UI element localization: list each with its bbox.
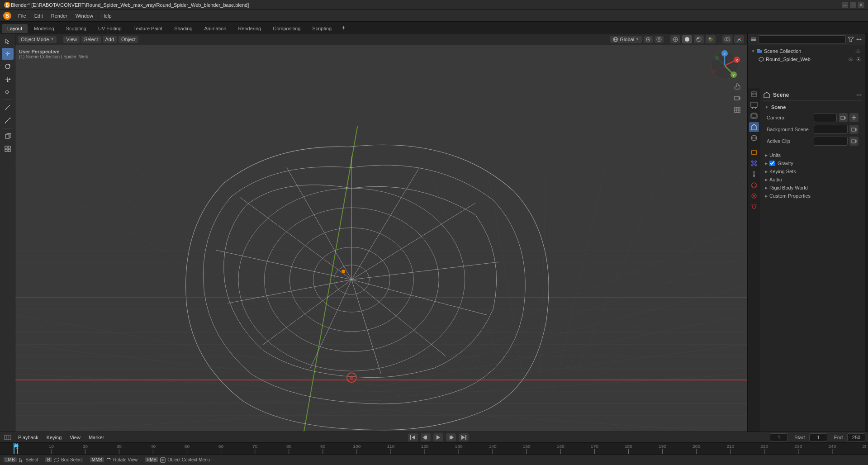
menu-help[interactable]: Help	[98, 12, 115, 19]
menu-edit[interactable]: Edit	[31, 12, 47, 19]
grid-view-icon[interactable]	[732, 105, 742, 115]
current-frame-display[interactable]: 1	[770, 433, 788, 441]
prop-tab-object[interactable]	[749, 147, 759, 157]
eye-icon[interactable]	[855, 48, 861, 54]
rotate-tool-button[interactable]	[2, 61, 14, 72]
cursor-tool-button[interactable]	[2, 35, 14, 47]
outliner-spider-web-item[interactable]: Round_Spider_Web	[749, 55, 863, 63]
measure-tool-button[interactable]	[2, 114, 14, 126]
prop-tab-modifier[interactable]	[749, 158, 759, 168]
tab-scripting[interactable]: Scripting	[307, 24, 337, 33]
transform-tool-button[interactable]: ⊕	[2, 86, 14, 98]
camera-browse-icon[interactable]	[839, 113, 848, 122]
material-shading-button[interactable]	[694, 35, 704, 43]
tab-shading[interactable]: Shading	[169, 24, 198, 33]
outliner-options-icon[interactable]	[856, 36, 862, 43]
snap-button[interactable]	[644, 36, 653, 43]
tab-layout[interactable]: Layout	[2, 24, 28, 33]
tab-uv-editing[interactable]: UV Editing	[93, 24, 127, 33]
rigid-body-world-toggle[interactable]: ▶ Rigid Body World	[763, 184, 862, 192]
viewport[interactable]: Object Mode ▼ View Select Add Object Glo…	[15, 33, 747, 432]
prop-tab-scene[interactable]	[749, 122, 759, 132]
camera-view-icon[interactable]	[732, 93, 742, 103]
svg-rect-42	[15, 50, 747, 432]
viewport-object-menu[interactable]: Object	[119, 36, 138, 43]
scene-section-toggle[interactable]: ▼ Scene	[763, 103, 862, 112]
rendered-shading-button[interactable]	[706, 35, 716, 43]
play-button[interactable]	[433, 433, 443, 441]
close-button[interactable]: ✕	[858, 2, 864, 8]
wireframe-shading-button[interactable]	[670, 35, 680, 43]
navigation-gizmo[interactable]: X Y Z	[709, 50, 740, 81]
menu-window[interactable]: Window	[72, 12, 97, 19]
prop-tab-view-layer[interactable]	[749, 111, 759, 121]
viewport-view-menu[interactable]: View	[63, 36, 80, 43]
jump-to-start-button[interactable]	[408, 433, 418, 441]
active-clip-value[interactable]	[814, 137, 848, 146]
tab-texture-paint[interactable]: Texture Paint	[128, 24, 168, 33]
gravity-checkbox[interactable]	[769, 161, 775, 166]
background-scene-browse-icon[interactable]	[849, 125, 859, 134]
active-clip-browse-icon[interactable]	[849, 137, 859, 146]
camera-new-icon[interactable]	[849, 113, 859, 122]
eye-icon-item[interactable]	[848, 56, 854, 62]
prop-tab-constraints[interactable]	[749, 191, 759, 201]
prop-tab-render[interactable]	[749, 90, 759, 100]
tab-sculpting[interactable]: Sculpting	[61, 24, 92, 33]
audio-section-toggle[interactable]: ▶ Audio	[763, 176, 862, 184]
move-tool-button[interactable]: ✛	[2, 48, 14, 60]
playback-menu[interactable]: Playback	[15, 434, 41, 441]
gravity-section-toggle[interactable]: ▶ Gravity	[763, 159, 862, 167]
step-back-button[interactable]	[421, 433, 431, 441]
minimize-button[interactable]: —	[842, 2, 848, 8]
prop-tab-data[interactable]	[749, 202, 759, 212]
header-separator-2	[667, 35, 667, 43]
keying-sets-section-toggle[interactable]: ▶ Keying Sets	[763, 167, 862, 176]
prop-tab-output[interactable]	[749, 100, 759, 110]
add-workspace-button[interactable]: +	[338, 22, 349, 33]
object-mode-selector[interactable]: Object Mode ▼	[18, 36, 57, 43]
hand-tool-icon[interactable]	[732, 81, 742, 91]
camera-value[interactable]	[814, 113, 837, 122]
prop-tab-particles[interactable]	[749, 169, 759, 179]
jump-to-end-button[interactable]	[459, 433, 469, 441]
outliner-filter-icon[interactable]	[848, 36, 854, 43]
scale-tool-button[interactable]	[2, 73, 14, 85]
solid-shading-button[interactable]	[682, 35, 692, 43]
outliner-scene-collection[interactable]: ▼ Scene Collection	[749, 47, 863, 55]
overlays-button[interactable]	[722, 35, 732, 43]
render-visibility-icon[interactable]	[856, 57, 861, 62]
frame-end-input[interactable]: 250	[847, 433, 865, 441]
extra-tools-button[interactable]	[2, 143, 14, 155]
outliner-menu-icon[interactable]	[750, 36, 757, 43]
prop-tab-physics[interactable]	[749, 180, 759, 190]
keying-menu[interactable]: Keying	[44, 434, 65, 441]
maximize-button[interactable]: □	[850, 2, 856, 8]
scene-options-icon[interactable]	[856, 92, 862, 98]
marker-menu[interactable]: Marker	[86, 434, 107, 441]
prop-tab-world[interactable]	[749, 133, 759, 143]
add-cube-button[interactable]	[2, 130, 14, 142]
units-section-toggle[interactable]: ▶ Units	[763, 151, 862, 159]
annotate-tool-button[interactable]	[2, 102, 14, 114]
timeline-ruler[interactable]: 1 10 20 30 40 50 60 70 80 90 100 110	[0, 443, 868, 454]
menu-render[interactable]: Render	[47, 12, 71, 19]
step-forward-button[interactable]	[446, 433, 456, 441]
tab-animation[interactable]: Animation	[199, 24, 232, 33]
menu-file[interactable]: File	[14, 12, 30, 19]
proportional-edit-button[interactable]	[655, 36, 664, 43]
svg-text:B: B	[5, 3, 9, 8]
tab-modeling[interactable]: Modeling	[28, 24, 60, 33]
background-scene-value[interactable]	[814, 125, 848, 134]
tab-rendering[interactable]: Rendering	[232, 24, 266, 33]
custom-properties-toggle[interactable]: ▶ Custom Properties	[763, 192, 862, 200]
timeline-view-menu[interactable]: View	[67, 434, 83, 441]
frame-start-input[interactable]: 1	[809, 433, 827, 441]
outliner-search-input[interactable]	[759, 35, 846, 43]
viewport-select-menu[interactable]: Select	[81, 36, 101, 43]
tab-compositing[interactable]: Compositing	[267, 24, 306, 33]
gizmos-button[interactable]	[734, 35, 744, 43]
viewport-transform-selector[interactable]: Global ▼	[610, 36, 642, 43]
timeline-area-icon[interactable]	[3, 432, 13, 442]
viewport-add-menu[interactable]: Add	[103, 36, 117, 43]
